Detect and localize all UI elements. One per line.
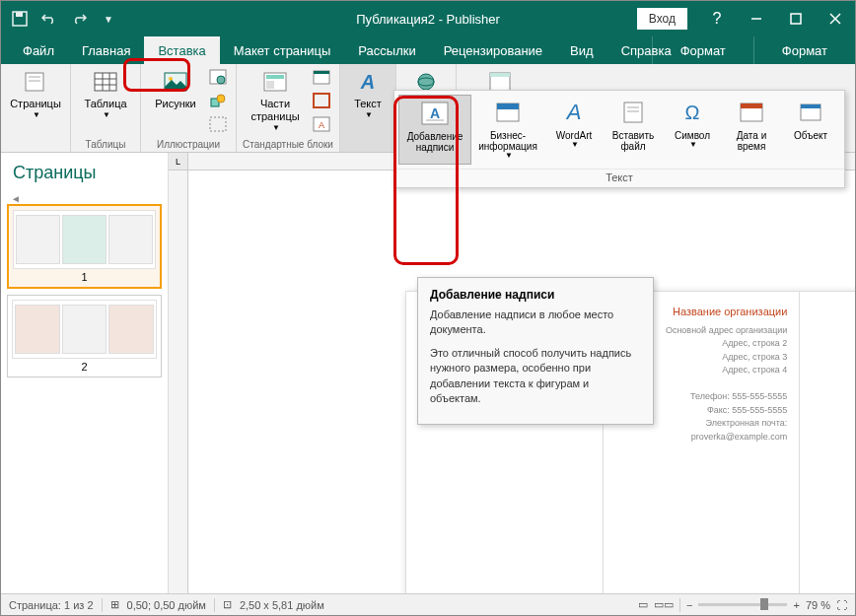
text-icon: A (352, 70, 384, 94)
tab-format-1[interactable]: Формат (652, 36, 753, 64)
quick-access-toolbar: ▼ (1, 10, 127, 28)
add-textbox-icon: A (419, 100, 451, 127)
tab-mailings[interactable]: Рассылки (344, 36, 429, 64)
datetime-button[interactable]: Дата и время (722, 95, 781, 165)
status-position: 0,50; 0,50 дюйм (127, 599, 206, 611)
svg-point-19 (217, 95, 225, 103)
undo-icon[interactable] (40, 10, 58, 28)
table-label: Таблица (84, 98, 126, 110)
close-icon[interactable] (816, 3, 855, 34)
online-pictures-button[interactable] (206, 66, 230, 88)
tooltip-body: Добавление надписи в любое место докумен… (430, 308, 641, 406)
titlebar: ▼ Публикация2 - Publisher Вход ? (1, 1, 855, 36)
svg-rect-25 (314, 71, 329, 74)
text-dropdown-panel: A Добавление надписи Бизнес-информация▼ … (393, 90, 845, 188)
status-size: 2,50 x 5,81 дюйм (240, 599, 324, 611)
tab-home[interactable]: Главная (68, 36, 144, 64)
table-button[interactable]: Таблица▼ (77, 66, 134, 124)
group-pages: Страницы▼ (1, 64, 71, 152)
titlebar-right: Вход ? (637, 1, 855, 36)
page-thumb-2[interactable]: 2 (7, 295, 162, 377)
login-button[interactable]: Вход (637, 8, 687, 30)
svg-rect-1 (16, 12, 23, 17)
svg-rect-9 (95, 73, 116, 91)
svg-rect-47 (801, 104, 820, 108)
add-textbox-button[interactable]: A Добавление надписи (398, 95, 471, 165)
pictures-button[interactable]: Рисунки (147, 66, 204, 114)
pages-button[interactable]: Страницы▼ (7, 66, 64, 124)
business-info-button[interactable]: Бизнес-информация▼ (471, 95, 544, 165)
pictures-icon (160, 70, 191, 94)
picture-placeholder-button[interactable] (206, 113, 230, 135)
pages-label: Страницы (10, 98, 61, 110)
brochure-panel-3 (800, 292, 855, 593)
svg-rect-38 (497, 103, 519, 109)
page-thumb-2-number: 2 (12, 359, 157, 373)
tab-review[interactable]: Рецензирование (430, 36, 556, 64)
tab-insert[interactable]: Вставка (144, 36, 219, 64)
maximize-icon[interactable] (776, 3, 816, 34)
minimize-icon[interactable] (737, 3, 776, 34)
svg-rect-40 (624, 103, 642, 122)
page-thumb-1[interactable]: 1 (7, 204, 162, 289)
zoom-out-button[interactable]: − (686, 599, 692, 611)
pages-panel-title: Страницы (7, 159, 162, 193)
tab-view[interactable]: Вид (556, 36, 607, 64)
calendar-button[interactable] (310, 66, 333, 88)
borders-button[interactable] (310, 90, 333, 111)
redo-icon[interactable] (70, 10, 88, 28)
svg-text:A: A (319, 120, 324, 130)
status-position-icon: ⊞ (110, 598, 119, 611)
zoom-in-button[interactable]: + (793, 599, 799, 611)
ruler-vertical (169, 171, 188, 593)
tooltip-line2: Это отличный способ получить надпись нуж… (430, 346, 641, 407)
help-icon[interactable]: ? (697, 3, 737, 34)
qat-customize-icon[interactable]: ▼ (100, 10, 117, 28)
view-single-icon[interactable]: ▭ (638, 598, 648, 611)
pages-icon (20, 70, 51, 94)
ruler-corner: L (169, 153, 188, 171)
tooltip-title: Добавление надписи (430, 288, 641, 302)
wordart-button[interactable]: A WordArt▼ (544, 95, 604, 165)
insert-file-label: Вставить файл (607, 130, 659, 152)
insert-file-button[interactable]: Вставить файл (604, 95, 663, 165)
group-pages-label (35, 139, 37, 152)
object-button[interactable]: Объект (781, 95, 840, 165)
svg-text:Ω: Ω (685, 102, 700, 123)
status-page[interactable]: Страница: 1 из 2 (9, 599, 94, 611)
ads-button[interactable]: A (310, 113, 333, 135)
shapes-button[interactable] (206, 90, 230, 111)
svg-rect-6 (26, 73, 43, 91)
svg-rect-33 (490, 73, 510, 77)
page-parts-label: Части страницы (250, 98, 299, 123)
wordart-icon: A (558, 99, 590, 126)
group-illustrations: Рисунки Иллюстрации (141, 64, 237, 152)
zoom-slider[interactable] (698, 603, 787, 606)
datetime-icon (736, 99, 767, 126)
view-spread-icon[interactable]: ▭▭ (654, 598, 674, 611)
page-parts-button[interactable]: Части страницы▼ (243, 66, 308, 137)
statusbar: Страница: 1 из 2 ⊞ 0,50; 0,50 дюйм ⊡ 2,5… (1, 593, 855, 615)
svg-rect-20 (210, 117, 226, 131)
tab-layout[interactable]: Макет страницы (220, 36, 345, 64)
tab-file[interactable]: Файл (9, 36, 68, 64)
ribbon-tabs: Файл Главная Вставка Макет страницы Расс… (1, 36, 855, 64)
datetime-label: Дата и время (726, 130, 777, 152)
save-icon[interactable] (11, 10, 29, 28)
pictures-label: Рисунки (155, 98, 196, 110)
group-tables-label: Таблицы (86, 139, 126, 152)
tab-format-2[interactable]: Формат (753, 36, 855, 64)
zoom-fit-icon[interactable]: ⛶ (836, 599, 847, 611)
contextual-tabs: Формат Формат (652, 36, 855, 64)
text-label: Текст (354, 98, 382, 110)
org-email: proverka@example.com (615, 431, 788, 445)
zoom-level[interactable]: 79 % (806, 599, 830, 611)
group-blocks: Части страницы▼ A Стандартные блоки (237, 64, 340, 152)
svg-point-30 (418, 74, 434, 90)
table-icon (90, 70, 121, 94)
symbol-button[interactable]: Ω Символ▼ (663, 95, 722, 165)
page-parts-icon (259, 70, 291, 94)
pages-panel: Страницы ◄ 1 2 (1, 153, 169, 593)
text-button[interactable]: A Текст▼ (346, 66, 390, 124)
object-label: Объект (794, 130, 827, 141)
